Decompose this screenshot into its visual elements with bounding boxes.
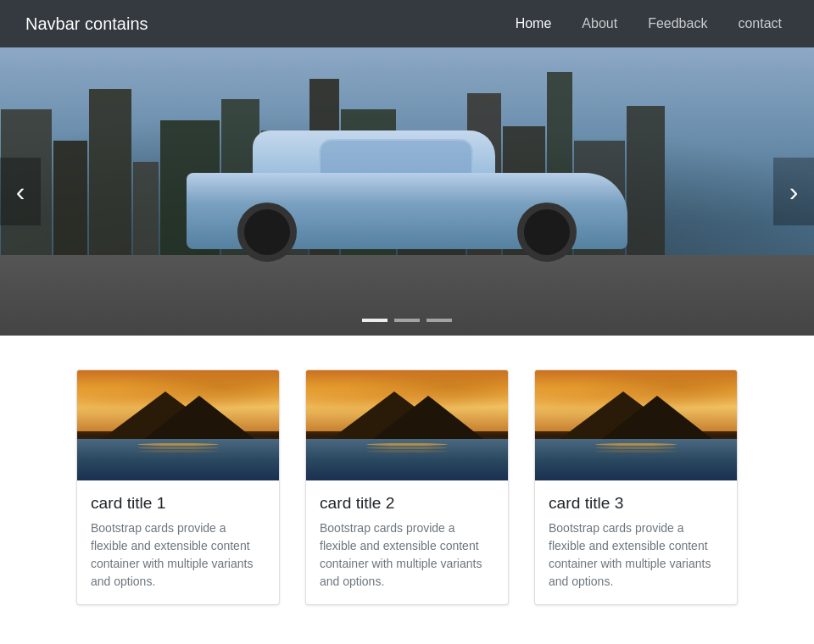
card-2-body: card title 2 Bootstrap cards provide a f… bbox=[306, 480, 508, 604]
wheel-left bbox=[237, 203, 297, 262]
wheel-right bbox=[517, 203, 577, 262]
cards-section: card title 1 Bootstrap cards provide a f… bbox=[0, 336, 814, 639]
card-1-text: Bootstrap cards provide a flexible and e… bbox=[91, 519, 265, 591]
card-1-title: card title 1 bbox=[91, 494, 265, 513]
carousel-slide bbox=[0, 47, 814, 336]
nav-item-contact[interactable]: contact bbox=[731, 13, 789, 34]
nav-item-home[interactable]: Home bbox=[509, 13, 559, 34]
carousel-indicator-2[interactable] bbox=[427, 319, 452, 322]
card-1: card title 1 Bootstrap cards provide a f… bbox=[76, 369, 280, 605]
card-2-image bbox=[306, 370, 508, 480]
carousel-inner bbox=[0, 47, 814, 336]
lake-reflection-3 bbox=[595, 443, 676, 446]
mountain-3 bbox=[535, 409, 737, 442]
carousel: ‹ › bbox=[0, 47, 814, 336]
card-3: card title 3 Bootstrap cards provide a f… bbox=[534, 369, 738, 605]
mountain-1 bbox=[77, 409, 279, 442]
card-3-body: card title 3 Bootstrap cards provide a f… bbox=[535, 480, 737, 604]
card-2: card title 2 Bootstrap cards provide a f… bbox=[305, 369, 509, 605]
card-1-image bbox=[77, 370, 279, 480]
nav-item-feedback[interactable]: Feedback bbox=[641, 13, 714, 34]
car-body bbox=[187, 130, 627, 249]
carousel-indicator-1[interactable] bbox=[394, 319, 420, 322]
building bbox=[627, 106, 665, 255]
building bbox=[133, 162, 159, 255]
navbar-brand[interactable]: Navbar contains bbox=[25, 14, 148, 34]
card-1-img-inner bbox=[77, 370, 279, 480]
lake-reflection-2 bbox=[366, 443, 447, 446]
lake-2 bbox=[306, 439, 508, 480]
card-3-title: card title 3 bbox=[549, 494, 723, 513]
carousel-indicator-0[interactable] bbox=[362, 319, 387, 322]
lake-reflection-1 bbox=[137, 443, 218, 446]
mountain-2 bbox=[306, 409, 508, 442]
navbar: Navbar contains Home About Feedback cont… bbox=[0, 0, 814, 47]
nav-links: Home About Feedback contact bbox=[509, 16, 789, 31]
car-scene-bg bbox=[0, 47, 814, 336]
lake-1 bbox=[77, 439, 279, 480]
card-2-text: Bootstrap cards provide a flexible and e… bbox=[320, 519, 494, 591]
road bbox=[0, 255, 814, 336]
lake-3 bbox=[535, 439, 737, 480]
card-3-text: Bootstrap cards provide a flexible and e… bbox=[549, 519, 723, 591]
card-3-image bbox=[535, 370, 737, 480]
building bbox=[53, 141, 87, 255]
card-2-img-inner bbox=[306, 370, 508, 480]
building bbox=[89, 89, 131, 255]
carousel-indicators bbox=[362, 319, 452, 322]
card-2-title: card title 2 bbox=[320, 494, 494, 513]
carousel-prev-button[interactable]: ‹ bbox=[0, 158, 41, 225]
nav-item-about[interactable]: About bbox=[575, 13, 624, 34]
card-1-body: card title 1 Bootstrap cards provide a f… bbox=[77, 480, 279, 604]
carousel-next-button[interactable]: › bbox=[773, 158, 814, 225]
card-3-img-inner bbox=[535, 370, 737, 480]
